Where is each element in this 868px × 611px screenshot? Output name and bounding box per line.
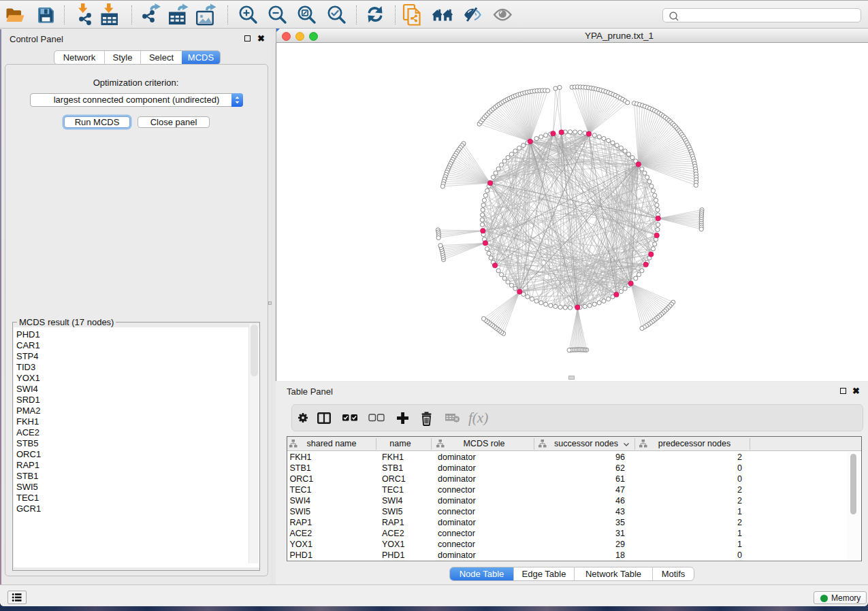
svg-text:f(x): f(x) <box>468 410 488 426</box>
